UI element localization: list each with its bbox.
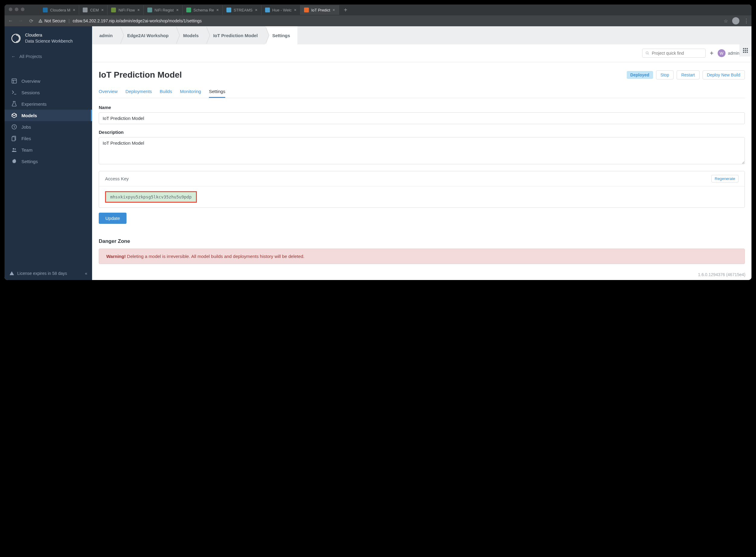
browser-tab[interactable]: NiFi Flow× — [108, 5, 143, 15]
description-label: Description — [99, 129, 745, 135]
not-secure-label: Not Secure — [44, 19, 65, 23]
url-field[interactable]: Not Secure | cdsw.54.202.2.197.nip.io/ad… — [38, 19, 720, 23]
maximize-dot[interactable] — [21, 7, 25, 11]
browser-tab[interactable]: Hue - Welc× — [262, 5, 300, 15]
warning-strong: Warning! — [106, 254, 126, 259]
browser-tab[interactable]: IoT Predict× — [300, 5, 339, 15]
not-secure-indicator: Not Secure — [38, 19, 65, 23]
overview-icon — [11, 78, 17, 84]
sidebar-item-team[interactable]: Team — [4, 144, 92, 155]
url-separator: | — [68, 19, 70, 23]
name-input[interactable] — [99, 112, 745, 124]
browser-tab[interactable]: NiFi Regist× — [144, 5, 183, 15]
project-search-input[interactable] — [652, 51, 702, 56]
reload-button[interactable]: ⟳ — [28, 18, 34, 24]
breadcrumb-item[interactable]: Models — [176, 26, 206, 45]
svg-rect-16 — [745, 50, 746, 51]
forward-button[interactable]: → — [18, 18, 24, 24]
close-tab-icon[interactable]: × — [176, 7, 178, 12]
close-tab-icon[interactable]: × — [216, 7, 219, 12]
license-footer: License expires in 58 days « — [4, 267, 92, 280]
breadcrumb-item[interactable]: admin — [92, 26, 120, 45]
title-row: IoT Prediction Model Deployed Stop Resta… — [99, 70, 745, 80]
close-tab-icon[interactable]: × — [333, 7, 335, 12]
favicon — [304, 7, 309, 12]
svg-rect-17 — [747, 50, 748, 51]
bookmark-button[interactable]: ☆ — [724, 18, 728, 24]
update-button[interactable]: Update — [99, 213, 126, 224]
warning-icon — [9, 271, 14, 276]
sidebar-item-label: Sessions — [22, 90, 40, 95]
experiments-icon — [11, 101, 17, 107]
sidebar-item-models[interactable]: Models — [4, 110, 92, 121]
all-projects-label: All Projects — [19, 54, 42, 59]
stop-button[interactable]: Stop — [656, 70, 674, 80]
svg-rect-18 — [743, 52, 744, 53]
svg-rect-20 — [747, 52, 748, 53]
add-button[interactable]: + — [710, 50, 714, 57]
sidebar-item-jobs[interactable]: Jobs — [4, 121, 92, 133]
back-arrow-icon: ← — [11, 54, 16, 59]
breadcrumb-item[interactable]: IoT Prediction Model — [206, 26, 265, 45]
settings-icon — [11, 158, 17, 164]
close-tab-icon[interactable]: × — [101, 7, 103, 12]
browser-addressbar: ← → ⟳ Not Secure | cdsw.54.202.2.197.nip… — [4, 16, 752, 26]
tab-title: NiFi Regist — [155, 8, 174, 12]
favicon — [83, 7, 88, 12]
svg-rect-1 — [12, 79, 17, 83]
access-key-header: Access Key Regenerate — [99, 171, 745, 186]
sidebar-item-sessions[interactable]: Sessions — [4, 87, 92, 98]
browser-tab[interactable]: Cloudera M× — [39, 5, 79, 15]
sidebar-nav: OverviewSessionsExperimentsModelsJobsFil… — [4, 75, 92, 167]
cloudera-logo-icon — [11, 33, 21, 43]
version-footer: 1.6.0.1294376 (46715e4) — [92, 269, 752, 280]
close-tab-icon[interactable]: × — [138, 7, 140, 12]
favicon — [186, 7, 191, 12]
sidebar-item-settings[interactable]: Settings — [4, 155, 92, 167]
access-key-label: Access Key — [105, 176, 129, 181]
sidebar-item-overview[interactable]: Overview — [4, 75, 92, 87]
sidebar-item-experiments[interactable]: Experiments — [4, 98, 92, 110]
svg-point-0 — [12, 34, 20, 42]
svg-point-21 — [646, 52, 648, 54]
tab-settings[interactable]: Settings — [209, 86, 225, 98]
tab-monitoring[interactable]: Monitoring — [180, 86, 201, 98]
files-icon — [11, 135, 17, 141]
all-projects-link[interactable]: ← All Projects — [4, 50, 92, 62]
license-text: License expires in 58 days — [17, 271, 67, 276]
warning-icon — [38, 19, 42, 23]
topbar: + W admin ▼ — [92, 45, 752, 62]
restart-button[interactable]: Restart — [676, 70, 699, 80]
back-button[interactable]: ← — [7, 18, 13, 24]
collapse-sidebar-icon[interactable]: « — [85, 271, 87, 276]
new-tab-button[interactable]: + — [339, 7, 352, 13]
regenerate-button[interactable]: Regenerate — [711, 175, 738, 182]
description-textarea[interactable] — [99, 137, 745, 164]
project-search[interactable] — [642, 49, 705, 58]
sidebar-item-files[interactable]: Files — [4, 133, 92, 144]
tab-deployments[interactable]: Deployments — [126, 86, 152, 98]
deploy-new-build-button[interactable]: Deploy New Build — [702, 70, 745, 80]
close-dot[interactable] — [9, 7, 12, 11]
user-avatar: W — [718, 49, 726, 57]
breadcrumb-item[interactable]: Edge2AI Workshop — [120, 26, 176, 45]
user-name: admin — [728, 51, 739, 56]
browser-menu-button[interactable]: ⋮ — [744, 18, 749, 24]
browser-tab[interactable]: STREAMS× — [223, 5, 262, 15]
browser-tab[interactable]: Schema Re× — [183, 5, 223, 15]
tab-overview[interactable]: Overview — [99, 86, 118, 98]
url-text: cdsw.54.202.2.197.nip.io/admin/edge2ai-w… — [73, 19, 202, 23]
close-tab-icon[interactable]: × — [73, 7, 75, 12]
app-container: Cloudera Data Science Workbench ← All Pr… — [4, 26, 752, 280]
tab-title: IoT Predict — [311, 8, 330, 12]
access-key-box: Access Key Regenerate mhsxkixpyu5zkpsg5l… — [99, 171, 745, 208]
close-tab-icon[interactable]: × — [255, 7, 258, 12]
breadcrumb-row: adminEdge2AI WorkshopModelsIoT Predictio… — [92, 26, 752, 45]
browser-tab[interactable]: CEM× — [79, 5, 108, 15]
profile-button[interactable] — [732, 17, 739, 25]
tab-builds[interactable]: Builds — [160, 86, 172, 98]
access-key-body: mhsxkixpyu5zkpsg5lkcv35zhu5u9pdp — [99, 186, 745, 207]
minimize-dot[interactable] — [15, 7, 19, 11]
close-tab-icon[interactable]: × — [294, 7, 297, 12]
apps-grid-button[interactable] — [739, 45, 752, 57]
